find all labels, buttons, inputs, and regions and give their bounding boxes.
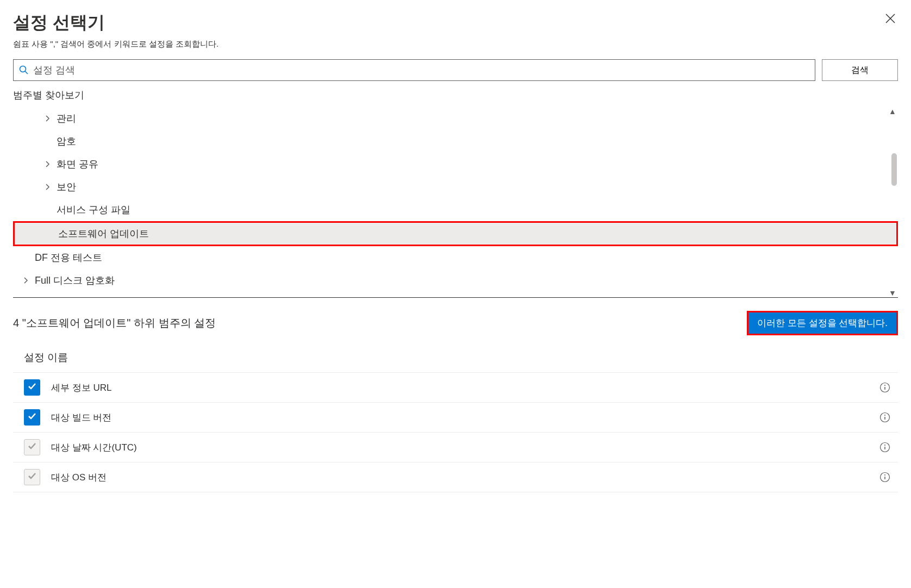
search-box[interactable]	[13, 59, 815, 81]
settings-count-text: 4 "소프트웨어 업데이트" 하위 범주의 설정	[13, 316, 216, 330]
setting-checkbox	[24, 439, 40, 455]
tree-item-1[interactable]: 암호	[13, 130, 898, 153]
tree-item-5[interactable]: 소프트웨어 업데이트	[13, 221, 898, 246]
tree-item-3[interactable]: 보안	[13, 176, 898, 198]
tree-item-label: DF 전용 테스트	[35, 251, 102, 264]
select-all-button[interactable]: 이러한 모든 설정을 선택합니다.	[747, 311, 898, 335]
svg-point-4	[884, 415, 885, 416]
close-button[interactable]	[883, 11, 898, 29]
chevron-right-icon	[41, 161, 54, 167]
subtitle-text: 쉼표 사용 "," 검색어 중에서 키워드로 설정을 조회합니다.	[13, 39, 898, 49]
setting-row[interactable]: 대상 날짜 시간(UTC)	[13, 432, 898, 462]
tree-item-7[interactable]: Full 디스크 암호화	[13, 269, 898, 292]
setting-checkbox[interactable]	[24, 409, 40, 426]
chevron-right-icon	[41, 115, 54, 122]
column-header-name: 설정 이름	[13, 346, 898, 372]
tree-item-label: 관리	[57, 112, 76, 125]
close-icon	[885, 13, 896, 24]
tree-item-6[interactable]: DF 전용 테스트	[13, 246, 898, 269]
setting-label: 대상 OS 버전	[51, 471, 877, 484]
scroll-up-arrow[interactable]: ▲	[889, 107, 896, 116]
tree-item-label: 암호	[57, 135, 76, 148]
setting-label: 대상 빌드 버전	[51, 411, 877, 424]
chevron-right-icon	[20, 277, 33, 284]
setting-checkbox[interactable]	[24, 379, 40, 396]
svg-point-0	[20, 66, 26, 72]
tree-item-label: 소프트웨어 업데이트	[58, 227, 149, 240]
checkmark-icon	[27, 441, 37, 453]
setting-row[interactable]: 대상 OS 버전	[13, 462, 898, 492]
info-icon[interactable]	[877, 410, 893, 425]
chevron-right-icon	[41, 184, 54, 190]
svg-point-2	[884, 385, 885, 386]
tree-item-0[interactable]: 관리	[13, 107, 898, 130]
info-icon[interactable]	[877, 470, 893, 485]
tree-item-4[interactable]: 서비스 구성 파일	[13, 198, 898, 221]
info-icon[interactable]	[877, 380, 893, 395]
search-icon	[19, 65, 29, 75]
setting-row[interactable]: 세부 정보 URL	[13, 372, 898, 402]
setting-label: 대상 날짜 시간(UTC)	[51, 441, 877, 454]
search-button[interactable]: 검색	[822, 59, 898, 81]
checkmark-icon	[27, 381, 37, 393]
browse-label: 범주별 찾아보기	[13, 89, 898, 102]
tree-item-label: 서비스 구성 파일	[57, 203, 130, 216]
tree-item-label: 보안	[57, 180, 76, 193]
info-icon[interactable]	[877, 440, 893, 455]
checkmark-icon	[27, 411, 37, 423]
tree-item-label: 화면 공유	[57, 158, 98, 171]
svg-point-6	[884, 445, 885, 446]
page-title: 설정 선택기	[13, 11, 105, 35]
checkmark-icon	[27, 471, 37, 483]
setting-row[interactable]: 대상 빌드 버전	[13, 402, 898, 432]
svg-point-8	[884, 474, 885, 476]
setting-checkbox	[24, 469, 40, 485]
setting-label: 세부 정보 URL	[51, 381, 877, 394]
search-input[interactable]	[33, 65, 809, 76]
scroll-down-arrow[interactable]: ▼	[889, 289, 896, 297]
tree-item-label: Full 디스크 암호화	[35, 274, 115, 287]
category-tree: 관리암호화면 공유보안서비스 구성 파일소프트웨어 업데이트DF 전용 테스트F…	[13, 107, 898, 298]
tree-item-2[interactable]: 화면 공유	[13, 153, 898, 176]
scroll-thumb[interactable]	[891, 153, 897, 186]
